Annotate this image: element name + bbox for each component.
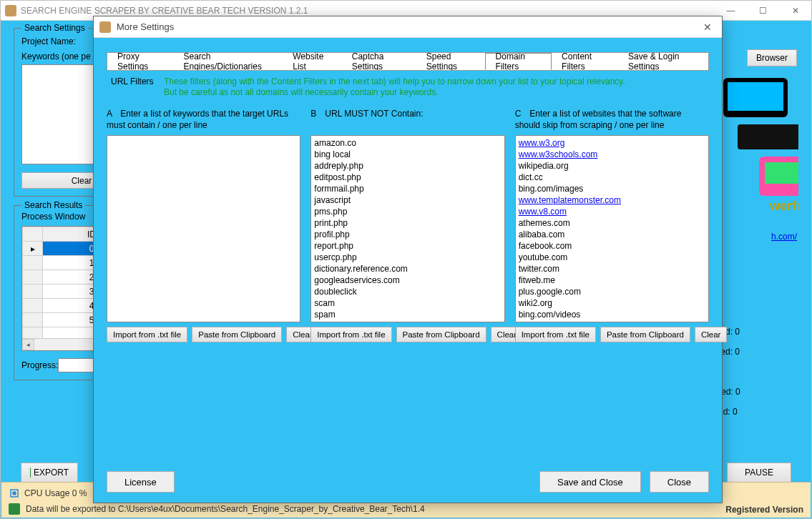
skip-list-item: plus.google.com bbox=[519, 286, 705, 297]
col-b-import-button[interactable]: Import from .txt file bbox=[310, 327, 391, 342]
col-c-import-button[interactable]: Import from .txt file bbox=[515, 327, 596, 342]
skip-list-item: fitweb.me bbox=[519, 275, 705, 286]
hint-text: These filters (along with the Content Fi… bbox=[164, 76, 709, 98]
must-contain-textarea[interactable] bbox=[107, 135, 300, 322]
tab-website-list[interactable]: Website List bbox=[283, 53, 341, 70]
modal-overlay: More Settings ✕ Proxy Settings Search En… bbox=[0, 0, 812, 519]
hint-line-1: These filters (along with the Content Fi… bbox=[164, 76, 709, 87]
hint-row: URL Filters These filters (along with th… bbox=[107, 76, 709, 98]
skip-list-item: bing.com/videos bbox=[519, 309, 705, 320]
skip-list-item: dict.cc bbox=[519, 172, 705, 183]
filter-columns: A Enter a list of keywords that the targ… bbox=[107, 108, 709, 342]
skip-list-item: facebook.com bbox=[519, 240, 705, 252]
skip-list-item: wikipedia.org bbox=[519, 160, 705, 172]
skip-list-item[interactable]: www.templatemonster.com bbox=[519, 194, 705, 206]
tab-save-login[interactable]: Save & Login Settings bbox=[618, 53, 708, 70]
skip-list-item: twitter.com bbox=[519, 263, 705, 275]
close-dialog-button[interactable]: Close bbox=[650, 471, 709, 493]
skip-list[interactable]: www.w3.orgwww.w3schools.comwikipedia.org… bbox=[515, 135, 709, 322]
dialog-icon bbox=[99, 21, 111, 33]
url-filters-label: URL Filters bbox=[107, 76, 164, 98]
hint-line-2: But be careful as not all domains will n… bbox=[164, 87, 709, 98]
tab-speed-settings[interactable]: Speed Settings bbox=[416, 53, 485, 70]
col-b-paste-button[interactable]: Paste from Clipboard bbox=[396, 327, 486, 342]
dialog-title: More Settings bbox=[117, 21, 693, 32]
skip-list-item[interactable]: www.v8.com bbox=[519, 206, 705, 217]
col-a-paste-button[interactable]: Paste from Clipboard bbox=[192, 327, 282, 342]
col-a-import-button[interactable]: Import from .txt file bbox=[107, 327, 187, 342]
column-a-header: A Enter a list of keywords that the targ… bbox=[107, 108, 300, 132]
dialog-body: Proxy Settings Search Engines/Dictionari… bbox=[94, 38, 722, 503]
skip-list-item: wiki2.org bbox=[519, 297, 705, 309]
tab-strip: Proxy Settings Search Engines/Dictionari… bbox=[107, 52, 709, 71]
skip-list-item: bing.com/images bbox=[519, 183, 705, 194]
must-not-contain-textarea[interactable] bbox=[310, 135, 504, 322]
tab-captcha-settings[interactable]: Captcha Settings bbox=[342, 53, 416, 70]
tab-domain-filters[interactable]: Domain Filters bbox=[485, 53, 552, 70]
column-b: B URL MUST NOT Contain: Import from .txt… bbox=[310, 108, 504, 342]
dialog-bottom-bar: License Save and Close Close bbox=[107, 471, 709, 493]
column-a: A Enter a list of keywords that the targ… bbox=[107, 108, 300, 342]
column-c-header: C Enter a list of websites that the soft… bbox=[515, 108, 709, 132]
license-button[interactable]: License bbox=[107, 471, 175, 493]
dialog-close-button[interactable]: ✕ bbox=[693, 16, 722, 38]
col-c-paste-button[interactable]: Paste from Clipboard bbox=[600, 327, 690, 342]
skip-list-item: youtube.com bbox=[519, 252, 705, 263]
skip-list-item: athemes.com bbox=[519, 217, 705, 229]
skip-list-item[interactable]: www.w3.org bbox=[519, 137, 705, 149]
tab-content-filters[interactable]: Content Filters bbox=[552, 53, 618, 70]
col-c-clear-button[interactable]: Clear bbox=[695, 327, 727, 342]
dialog-titlebar: More Settings ✕ bbox=[94, 16, 722, 38]
skip-list-item: alibaba.com bbox=[519, 229, 705, 240]
tab-proxy-settings[interactable]: Proxy Settings bbox=[107, 53, 174, 70]
column-b-header: B URL MUST NOT Contain: bbox=[310, 108, 504, 132]
column-c: C Enter a list of websites that the soft… bbox=[515, 108, 709, 342]
tab-search-engines[interactable]: Search Engines/Dictionaries bbox=[174, 53, 283, 70]
more-settings-dialog: More Settings ✕ Proxy Settings Search En… bbox=[93, 16, 723, 503]
save-and-close-button[interactable]: Save and Close bbox=[539, 471, 641, 493]
skip-list-item[interactable]: www.w3schools.com bbox=[519, 149, 705, 160]
